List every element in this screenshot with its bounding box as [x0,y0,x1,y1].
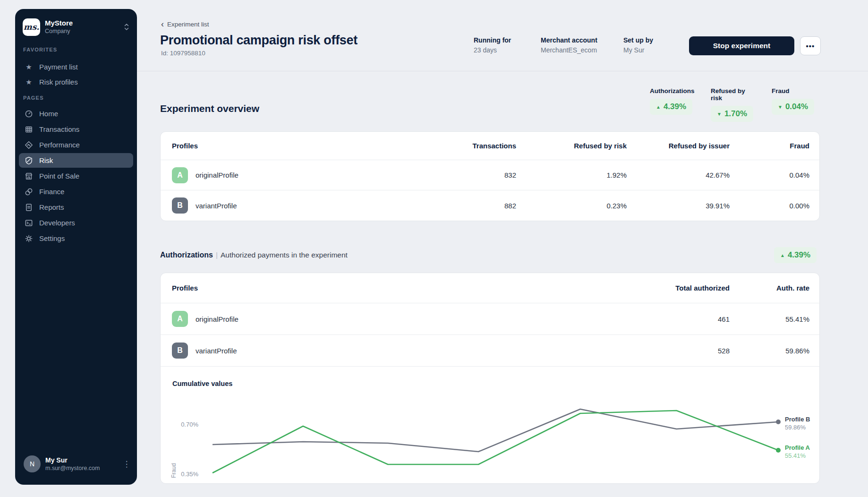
meta-label: Running for [474,36,511,44]
table-row: A originalProfile 832 1.92% 42.67% 0.04% [161,160,819,190]
profile-name: originalProfile [196,171,238,179]
sidebar-item-performance[interactable]: Performance [19,137,133,152]
sidebar-item-label: Transactions [39,125,79,133]
authorizations-section-heading: Authorizations|Authorized payments in th… [160,251,348,259]
pages-section-label: PAGES [23,95,44,101]
profile-a-badge: A [172,311,188,327]
sidebar-item-settings[interactable]: Settings [19,231,133,246]
sidebar-item-transactions[interactable]: Transactions [19,122,133,137]
sidebar-item-label: Risk [39,156,53,164]
meta-merchant-account: Merchant account MerchantES_ecom [541,36,597,54]
sidebar-item-label: Settings [39,234,65,242]
user-email: m.sur@mystore.com [45,464,121,472]
home-icon [25,110,33,118]
authorizations-trend-badge: ▲4.39% [774,247,817,263]
chart-plot [213,396,778,484]
column-header-profiles: Profiles [161,284,538,292]
stat-fraud: Fraud ▼0.04% [772,87,819,122]
refused-by-issuer-value: 39.91% [638,202,740,210]
sidebar-item-point-of-sale[interactable]: Point of Sale [19,169,133,183]
heading-separator: | [216,251,218,259]
fraud-value: 0.00% [740,202,820,210]
user-name: My Sur [45,456,121,464]
meta-set-up-by: Set up by My Sur [623,36,653,54]
transactions-icon [25,125,33,134]
sidebar: ms. MyStore Company FAVORITES ★ Payment … [15,9,137,485]
mystore-logo: ms. [23,18,40,36]
stat-authorizations: Authorizations ▲4.39% [650,87,697,122]
org-switcher-chevrons-icon[interactable] [122,21,131,33]
sidebar-item-finance[interactable]: Finance [19,184,133,199]
series-name: Profile B [785,415,820,423]
y-axis-label: Fraud [170,461,177,480]
authorizations-subtitle: Authorized payments in the experiment [221,251,348,259]
favorites-section-label: FAVORITES [23,47,57,52]
trend-up-icon: ▲ [780,253,785,258]
stop-experiment-button[interactable]: Stop experiment [689,36,794,55]
stat-value: 0.04% [785,102,808,111]
table-header-row: Profiles Total authorized Auth. rate [161,273,819,303]
org-name: MyStore [45,19,122,27]
breadcrumb-label: Experiment list [167,21,209,28]
sidebar-item-label: Point of Sale [39,172,79,180]
sidebar-item-developers[interactable]: Developers [19,215,133,230]
stat-label: Authorizations [650,87,697,94]
fraud-value: 0.04% [740,171,820,179]
org-info: MyStore Company [45,19,122,35]
refused-by-risk-value: 0.23% [527,202,638,210]
more-options-button[interactable]: ••• [800,36,821,55]
line-end-dot [776,420,781,424]
sidebar-item-label: Reports [39,203,64,211]
authorizations-title: Authorizations [160,251,213,259]
stat-refused-by-risk: Refused by risk ▼1.70% [711,87,758,122]
star-icon: ★ [25,63,33,71]
sidebar-item-payment-list[interactable]: ★ Payment list [19,60,133,74]
authorizations-card: Profiles Total authorized Auth. rate A o… [160,273,820,484]
total-authorized-value: 461 [538,315,740,323]
meta-running-for: Running for 23 days [474,36,511,54]
experiment-detail-page: ms. MyStore Company FAVORITES ★ Payment … [0,0,868,497]
risk-shield-icon [25,156,33,165]
trend-down-icon: ▼ [717,111,722,117]
column-header-profiles: Profiles [161,142,367,150]
breadcrumb[interactable]: ‹ Experiment list [161,21,209,28]
cumulative-values-label: Cumulative values [172,380,232,387]
profiles-overview-table: Profiles Transactions Refused by risk Re… [160,131,820,221]
profile-name: originalProfile [196,315,238,323]
gear-icon [25,234,33,243]
trend-up-icon: ▲ [656,104,661,110]
page-title: Promotional campaign risk offset [160,33,357,48]
sidebar-item-label: Developers [39,219,75,227]
org-switcher[interactable]: ms. MyStore Company [23,17,131,36]
org-type: Company [45,27,122,35]
table-row: B variantProfile 882 0.23% 39.91% 0.00% [161,190,819,221]
profile-name: variantProfile [196,202,237,210]
transactions-value: 882 [367,202,527,210]
header-divider [137,71,868,71]
sidebar-item-risk[interactable]: Risk [19,153,133,168]
coins-icon [25,188,33,196]
column-header-transactions: Transactions [367,142,527,150]
sidebar-item-risk-profiles[interactable]: ★ Risk profiles [19,75,133,89]
stat-badge: ▼0.04% [772,99,814,115]
star-icon: ★ [25,78,33,86]
meta-value: MerchantES_ecom [541,46,597,54]
document-icon [25,203,33,212]
trend-down-icon: ▼ [778,104,783,110]
profile-b-badge: B [172,343,188,359]
meta-value: 23 days [474,46,511,54]
profile-name: variantProfile [196,347,237,355]
sidebar-item-label: Payment list [39,63,78,71]
y-axis-tick: 0.35% [176,471,198,478]
auth-rate-value: 59.86% [740,347,820,355]
column-header-refused-by-issuer: Refused by issuer [638,142,740,150]
sidebar-item-reports[interactable]: Reports [19,200,133,214]
experiment-overview-heading: Experiment overview [160,103,259,114]
sidebar-item-home[interactable]: Home [19,106,133,121]
refused-by-risk-value: 1.92% [527,171,638,179]
series-label-profile-b: Profile B59.86% [785,415,820,431]
kebab-menu-icon[interactable]: ⋮ [121,457,132,471]
column-header-fraud: Fraud [740,142,820,150]
series-end-value: 59.86% [785,423,820,431]
sidebar-item-label: Performance [39,141,80,149]
